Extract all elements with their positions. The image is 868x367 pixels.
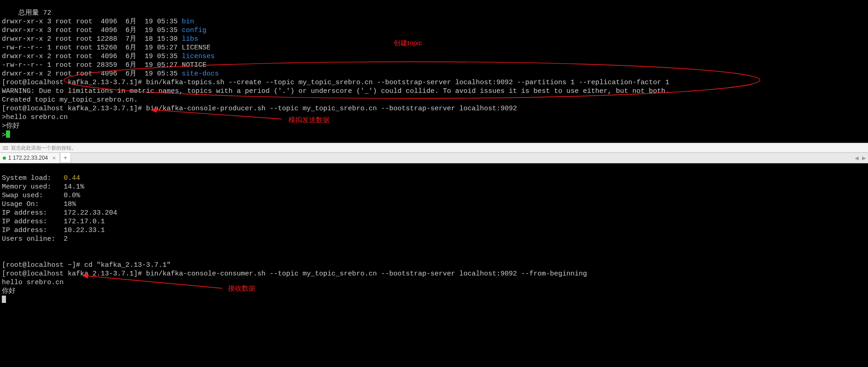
- stat-key: Usage On:: [2, 200, 64, 208]
- producer-prompt: >: [2, 131, 6, 139]
- dir-config: config: [182, 27, 206, 34]
- ls-row: drwxr-xr-x 2 root root 12288 7月 18 15:30: [2, 35, 182, 43]
- stat-key: IP address:: [2, 218, 64, 226]
- status-dot-icon: [3, 157, 6, 160]
- stat-key: Swap used:: [2, 192, 64, 200]
- ls-row: drwxr-xr-x 2 root root 4096 6月 19 05:35: [2, 53, 182, 60]
- scroll-right-icon[interactable]: ▶: [861, 154, 867, 162]
- ls-total: 总用量 72: [18, 9, 51, 17]
- stat-value: 10.22.33.1: [64, 227, 105, 234]
- cmd-cd: [root@localhost ~]# cd "kafka_2.13-3.7.1…: [2, 261, 171, 269]
- created-topic-text: Created topic my_topic_srebro.cn.: [2, 96, 138, 104]
- consumer-output: hello srebro.cn: [2, 279, 64, 286]
- producer-input: >hello srebro.cn: [2, 113, 68, 121]
- quick-button-toolbar[interactable]: 双击此处添加一个新的按钮。: [0, 143, 868, 153]
- stat-key: IP address:: [2, 227, 64, 234]
- menu-icon[interactable]: [3, 145, 8, 151]
- cmd-create-topic: [root@localhost kafka_2.13-3.7.1]# bin/k…: [2, 79, 669, 86]
- stat-value: 0.44: [64, 174, 80, 182]
- close-icon[interactable]: ✕: [52, 154, 56, 162]
- ls-row: -rw-r--r-- 1 root root 15260 6月 19 05:27…: [2, 44, 211, 52]
- consumer-output: 你好: [2, 287, 16, 295]
- tab-scroll-controls: ◀ ▶: [853, 153, 867, 163]
- stat-key: IP address:: [2, 209, 64, 217]
- dir-libs: libs: [182, 35, 198, 43]
- ls-row: -rw-r--r-- 1 root root 28359 6月 19 05:27…: [2, 61, 206, 69]
- scroll-left-icon[interactable]: ◀: [853, 154, 860, 162]
- stat-value: 172.17.0.1: [64, 218, 105, 226]
- cmd-producer: [root@localhost kafka_2.13-3.7.1]# bin/k…: [2, 105, 517, 113]
- ls-row: drwxr-xr-x 3 root root 4096 6月 19 05:35: [2, 27, 182, 34]
- session-tab[interactable]: 1 172.22.33.204 ✕: [0, 153, 60, 163]
- dir-bin: bin: [182, 18, 194, 26]
- stat-key: System load:: [2, 174, 64, 182]
- terminal-producer-pane[interactable]: 总用量 72 drwxr-xr-x 3 root root 4096 6月 19…: [0, 0, 868, 150]
- ls-row: drwxr-xr-x 3 root root 4096 6月 19 05:35: [2, 18, 182, 26]
- stat-value: 172.22.33.204: [64, 209, 117, 217]
- stat-value: 2: [64, 235, 68, 243]
- add-tab-button[interactable]: +: [60, 153, 71, 163]
- stat-value: 0.0%: [64, 192, 80, 200]
- stat-key: Users online:: [2, 235, 64, 243]
- cursor-icon: [2, 296, 6, 303]
- tab-label: 1 172.22.33.204: [8, 154, 48, 162]
- ls-row: drwxr-xr-x 2 root root 4096 6月 19 05:35: [2, 70, 182, 78]
- dir-licenses: licenses: [182, 53, 215, 60]
- stat-key: Memory used:: [2, 183, 64, 191]
- stat-value: 14.1%: [64, 183, 84, 191]
- warning-text: WARNING: Due to limitations in metric na…: [2, 87, 669, 95]
- terminal-consumer-pane[interactable]: System load: 0.44 Memory used: 14.1% Swa…: [0, 163, 868, 313]
- session-tab-bar: 1 172.22.33.204 ✕ + ◀ ▶: [0, 153, 868, 163]
- cursor-icon: [6, 130, 10, 138]
- dir-site-docs: site-docs: [182, 70, 219, 78]
- cmd-consumer: [root@localhost kafka_2.13-3.7.1]# bin/k…: [2, 270, 587, 278]
- producer-input: >你好: [2, 122, 20, 130]
- toolbar-hint: 双击此处添加一个新的按钮。: [11, 144, 76, 152]
- stat-value: 18%: [64, 200, 76, 208]
